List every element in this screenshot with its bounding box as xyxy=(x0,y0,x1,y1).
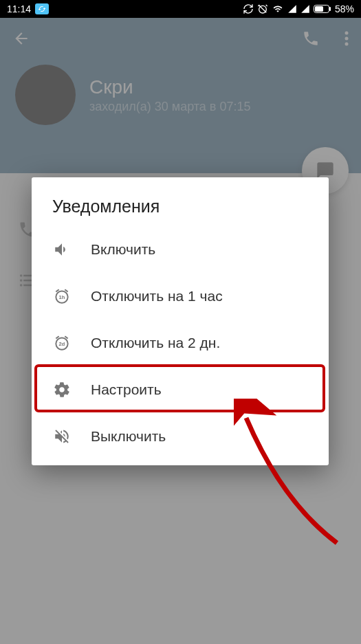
notifications-dialog: Уведомления Включить 1h Отключить на 1 ч… xyxy=(32,177,329,465)
battery-icon xyxy=(314,5,331,13)
svg-rect-2 xyxy=(329,7,331,11)
menu-item-mute-1h[interactable]: 1h Отключить на 1 час xyxy=(32,273,329,320)
menu-label: Выключить xyxy=(91,428,166,445)
menu-label: Настроить xyxy=(91,381,162,398)
alarm-off-icon xyxy=(257,3,268,14)
dialog-title: Уведомления xyxy=(32,177,329,226)
menu-label: Отключить на 2 дн. xyxy=(91,335,220,351)
svg-text:2d: 2d xyxy=(59,341,65,347)
alarm-2d-icon: 2d xyxy=(52,333,72,353)
menu-label: Включить xyxy=(91,241,155,258)
volume-on-icon xyxy=(52,240,72,259)
menu-item-mute-2d[interactable]: 2d Отключить на 2 дн. xyxy=(32,320,329,366)
status-time: 11:14 xyxy=(7,3,31,14)
menu-label: Отключить на 1 час xyxy=(91,288,223,304)
menu-item-enable[interactable]: Включить xyxy=(32,226,329,273)
sync-icon xyxy=(35,3,49,14)
signal-icon-2 xyxy=(300,4,310,14)
gear-icon xyxy=(52,380,72,399)
svg-rect-3 xyxy=(315,6,323,12)
signal-icon-1 xyxy=(287,4,297,14)
status-bar: 11:14 58% xyxy=(0,0,361,18)
refresh-icon xyxy=(243,3,254,14)
menu-item-disable[interactable]: Выключить xyxy=(32,413,329,460)
menu-item-customize[interactable]: Настроить xyxy=(32,366,329,413)
alarm-1h-icon: 1h xyxy=(52,287,72,306)
battery-text: 58% xyxy=(335,3,354,14)
wifi-icon xyxy=(272,4,284,14)
svg-text:1h: 1h xyxy=(59,294,65,300)
volume-off-icon xyxy=(52,427,72,446)
